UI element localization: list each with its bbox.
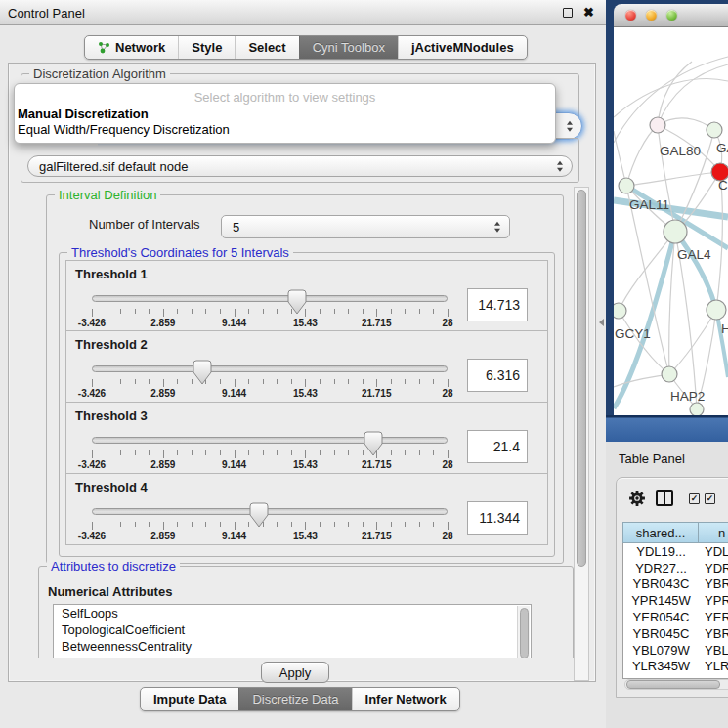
split-pane-collapse-icon[interactable]: [599, 319, 604, 326]
panel-scrollbar[interactable]: [574, 187, 589, 681]
slider-handle[interactable]: [249, 502, 269, 528]
threshold-value-field[interactable]: 11.344: [467, 501, 528, 535]
list-scrollbar[interactable]: [517, 606, 530, 658]
threshold-value-field[interactable]: 6.316: [467, 359, 528, 392]
table-row[interactable]: YBR043CYBR0: [623, 577, 728, 593]
table-scrollbar-thumb[interactable]: [626, 680, 720, 689]
network-node[interactable]: [662, 366, 677, 382]
column-header-name[interactable]: n: [699, 522, 728, 543]
cell-name[interactable]: YLR3: [699, 659, 728, 673]
cell-name[interactable]: YBR0: [699, 626, 728, 641]
cell-name[interactable]: YBL0: [699, 643, 728, 658]
slider-track[interactable]: [92, 295, 448, 302]
tab-impute-data[interactable]: Impute Data: [141, 688, 238, 710]
numerical-attributes-list[interactable]: SelfLoopsTopologicalCoefficientBetweenne…: [53, 604, 532, 658]
popup-item-equal-width-frequency[interactable]: Equal Width/Frequency Discretization: [15, 121, 555, 137]
cell-shared-name[interactable]: YBL079W: [623, 643, 699, 658]
cell-name[interactable]: YDL1: [699, 544, 728, 559]
tab-infer-network[interactable]: Infer Network: [352, 688, 459, 710]
table-row[interactable]: YLR345WYLR3: [623, 659, 728, 675]
cell-name[interactable]: YPR1: [699, 593, 728, 608]
cell-shared-name[interactable]: YBR045C: [623, 626, 699, 641]
table-horizontal-scrollbar[interactable]: [624, 679, 728, 690]
cell-shared-name[interactable]: YPR145W: [623, 593, 699, 608]
threshold-slider[interactable]: -3.4262.8599.14415.4321.71528: [92, 430, 448, 471]
split-columns-icon[interactable]: [656, 490, 673, 506]
cell-shared-name[interactable]: YDR27...: [623, 561, 699, 576]
attribute-list-item[interactable]: BetweennessCentrality: [54, 638, 531, 655]
tick-mark: [334, 450, 335, 455]
cell-shared-name[interactable]: YDL19...: [623, 544, 699, 559]
slider-handle[interactable]: [193, 360, 212, 385]
tab-style[interactable]: Style: [178, 36, 235, 59]
checkbox-icon[interactable]: ✓: [705, 493, 715, 504]
close-traffic-light-icon[interactable]: [625, 10, 636, 21]
threshold-value-field[interactable]: 21.4: [467, 430, 528, 463]
threshold-slider[interactable]: -3.4262.8599.14415.4321.71528: [92, 359, 448, 400]
network-edge[interactable]: [658, 118, 714, 130]
slider-track[interactable]: [92, 437, 448, 444]
tab-select[interactable]: Select: [235, 36, 298, 59]
network-edge[interactable]: [626, 172, 720, 186]
slider-track[interactable]: [92, 508, 448, 515]
table-row[interactable]: YBL079WYBL0: [623, 642, 728, 659]
popup-placeholder-item[interactable]: Select algorithm to view settings: [15, 84, 555, 106]
threshold-slider[interactable]: -3.4262.8599.14415.4321.71528: [92, 288, 448, 329]
table-row[interactable]: YPR145WYPR1: [623, 592, 728, 609]
network-canvas[interactable]: GAL80GACGAL11GAL4GCY1HHAP2: [614, 27, 728, 415]
checkbox-icon[interactable]: ✓: [689, 493, 700, 504]
panel-scrollbar-thumb[interactable]: [577, 190, 586, 567]
threshold-slider[interactable]: -3.4262.8599.14415.4321.71528: [92, 501, 448, 542]
network-edge[interactable]: [626, 125, 658, 186]
network-node[interactable]: [707, 300, 726, 320]
threshold-panel-3: Threshold 321.4-3.4262.8599.14415.4321.7…: [65, 403, 548, 474]
table-row[interactable]: YER054CYER0: [623, 609, 728, 625]
float-window-icon[interactable]: [563, 8, 573, 18]
zoom-traffic-light-icon[interactable]: [666, 10, 677, 21]
cell-shared-name[interactable]: YLR345W: [623, 659, 699, 673]
cell-shared-name[interactable]: YER054C: [623, 610, 699, 624]
slider-track[interactable]: [92, 365, 448, 372]
network-node[interactable]: [707, 122, 722, 138]
table-data-combobox[interactable]: galFiltered.sif default node: [27, 155, 573, 177]
cell-shared-name[interactable]: YBR043C: [623, 577, 699, 591]
table-row[interactable]: YDR27...YDR2: [623, 560, 728, 577]
network-node[interactable]: [614, 303, 626, 319]
tab-discretize-data[interactable]: Discretize Data: [238, 688, 351, 710]
cell-name[interactable]: YER0: [699, 610, 728, 624]
tick-label: 28: [442, 318, 452, 328]
table-row[interactable]: YDL19...YDL1: [623, 543, 728, 560]
cyni-toolbox-panel: Discretization Algorithm Select algorith…: [8, 63, 596, 682]
network-node[interactable]: [619, 178, 634, 193]
settings-gear-icon[interactable]: [628, 490, 646, 507]
network-node[interactable]: [664, 220, 687, 243]
tick-mark: [291, 522, 292, 527]
tick-mark: [248, 309, 249, 314]
apply-button[interactable]: Apply: [261, 662, 329, 683]
close-icon[interactable]: ✖: [583, 5, 594, 20]
cell-name[interactable]: YBR0: [699, 577, 728, 591]
list-scrollbar-thumb[interactable]: [520, 608, 529, 658]
attribute-list-item[interactable]: SelfLoops: [54, 605, 531, 621]
threshold-value-field[interactable]: 14.713: [467, 288, 528, 321]
network-node[interactable]: [690, 403, 704, 415]
network-edge[interactable]: [658, 64, 728, 125]
popup-item-manual-discretization[interactable]: Manual Discretization: [15, 106, 555, 121]
network-window-titlebar[interactable]: [614, 4, 728, 27]
attribute-list-item[interactable]: TopologicalCoefficient: [54, 621, 531, 638]
network-edge[interactable]: [614, 374, 669, 387]
cell-name[interactable]: YDR2: [699, 561, 728, 576]
slider-handle[interactable]: [287, 289, 307, 315]
tab-cyni-toolbox[interactable]: Cyni Toolbox: [299, 36, 398, 59]
tick-mark: [320, 522, 321, 527]
tab-network[interactable]: Network: [85, 36, 178, 59]
slider-handle[interactable]: [364, 431, 383, 456]
network-edge[interactable]: [658, 62, 692, 125]
table-row[interactable]: YBR045CYBR0: [623, 625, 728, 642]
tick-label: -3.426: [78, 388, 106, 399]
column-header-shared-name[interactable]: shared...: [622, 522, 699, 543]
tab-jactivemnodules[interactable]: jActiveMNodules: [398, 36, 527, 59]
num-intervals-combobox[interactable]: 5: [221, 215, 510, 238]
network-node[interactable]: [650, 117, 665, 133]
minimize-traffic-light-icon[interactable]: [646, 10, 657, 21]
